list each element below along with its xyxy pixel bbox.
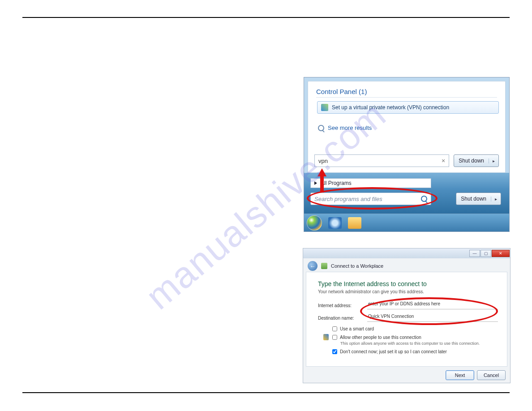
result-group-header: Control Panel (1)	[316, 88, 497, 98]
see-more-results[interactable]: See more results	[318, 124, 505, 131]
wizard-button-row: Next Cancel	[446, 370, 506, 380]
maximize-button[interactable]: ▢	[481, 250, 491, 257]
page-bottom-rule	[22, 392, 510, 393]
search-input-value: vpn	[318, 158, 328, 164]
ie-icon[interactable]	[328, 217, 342, 229]
wizard-heading: Type the Internet address to connect to	[318, 280, 498, 287]
checkbox-input[interactable]	[332, 349, 337, 354]
window-title: Connect to a Workplace	[331, 263, 383, 269]
search-results-pane: Control Panel (1) Set up a virtual priva…	[308, 81, 506, 173]
start-menu-panel: Control Panel (1) Set up a virtual priva…	[304, 77, 510, 232]
triangle-icon	[314, 181, 317, 185]
checkbox-label: Don't connect now; just set it up so I c…	[340, 349, 447, 354]
page-top-rule	[22, 17, 510, 18]
shutdown-label: Shut down	[454, 158, 489, 164]
shutdown-button[interactable]: Shut down ▸	[456, 193, 501, 205]
allow-others-hint: This option allows anyone with access to…	[340, 341, 498, 346]
search-icon	[421, 196, 427, 202]
smart-card-checkbox[interactable]: Use a smart card	[332, 326, 498, 331]
allow-others-checkbox[interactable]: Allow other people to use this connectio…	[332, 334, 498, 340]
search-input-top[interactable]: vpn ×	[314, 154, 449, 167]
destination-name-input[interactable]: Quick VPN Connection	[367, 314, 498, 322]
result-item-label: Set up a virtual private network (VPN) c…	[332, 104, 449, 111]
start-menu-lower: All Programs Search programs and files S…	[304, 173, 509, 214]
annotation-arrow	[317, 168, 326, 176]
workplace-icon	[321, 263, 327, 269]
destination-name-label: Destination name:	[318, 316, 367, 321]
checkbox-input[interactable]	[332, 335, 337, 340]
checkbox-label: Allow other people to use this connectio…	[340, 335, 421, 340]
explorer-icon[interactable]	[348, 217, 361, 229]
chevron-right-icon[interactable]: ▸	[489, 158, 498, 163]
search-icon	[318, 125, 324, 131]
next-button[interactable]: Next	[446, 370, 474, 380]
all-programs[interactable]: All Programs	[310, 178, 431, 188]
search-programs-input[interactable]: Search programs and files	[310, 193, 431, 205]
back-button[interactable]: ←	[308, 261, 317, 271]
internet-address-input[interactable]: enter your IP or DDNS address here	[367, 301, 498, 309]
wizard-body: Type the Internet address to connect to …	[306, 272, 507, 367]
start-orb-icon[interactable]	[307, 215, 322, 231]
minimize-button[interactable]: —	[469, 250, 480, 257]
checkbox-input[interactable]	[332, 326, 337, 331]
all-programs-label: All Programs	[321, 180, 352, 186]
title-bar: — ▢ ✕	[303, 248, 510, 258]
destination-name-row: Destination name: Quick VPN Connection	[318, 314, 498, 322]
taskbar	[304, 214, 509, 231]
wizard-subheading: Your network administrator can give you …	[318, 289, 498, 294]
shield-icon	[323, 334, 329, 340]
shutdown-button[interactable]: Shut down ▸	[454, 154, 499, 167]
see-more-label: See more results	[328, 124, 372, 131]
dont-connect-checkbox[interactable]: Don't connect now; just set it up so I c…	[332, 349, 498, 354]
network-icon	[321, 104, 328, 111]
search-placeholder: Search programs and files	[314, 196, 382, 202]
result-item-vpn[interactable]: Set up a virtual private network (VPN) c…	[317, 101, 499, 114]
close-button[interactable]: ✕	[492, 250, 510, 257]
clear-icon[interactable]: ×	[442, 157, 445, 164]
chevron-right-icon[interactable]: ▸	[491, 197, 501, 201]
internet-address-row: Internet address: enter your IP or DDNS …	[318, 301, 498, 309]
checkbox-label: Use a smart card	[340, 326, 374, 331]
internet-address-label: Internet address:	[318, 303, 367, 308]
shutdown-label: Shut down	[456, 196, 491, 202]
cancel-button[interactable]: Cancel	[477, 370, 506, 380]
wizard-window: — ▢ ✕ ← Connect to a Workplace Type the …	[303, 248, 511, 383]
